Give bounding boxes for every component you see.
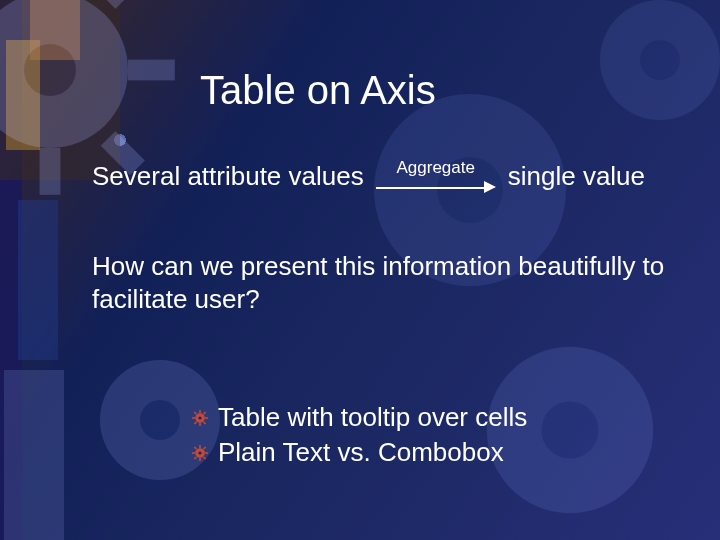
svg-rect-40 bbox=[203, 446, 206, 449]
svg-rect-29 bbox=[194, 411, 197, 414]
svg-rect-31 bbox=[194, 421, 197, 424]
slide-content: Table on Axis Several attribute values A… bbox=[0, 0, 720, 540]
svg-rect-36 bbox=[199, 457, 201, 460]
svg-rect-27 bbox=[192, 417, 195, 419]
gear-bullet-icon bbox=[192, 410, 208, 426]
svg-rect-42 bbox=[203, 456, 206, 459]
slide: Table on Axis Several attribute values A… bbox=[0, 0, 720, 540]
svg-rect-37 bbox=[192, 452, 195, 454]
svg-rect-35 bbox=[199, 445, 201, 448]
svg-rect-39 bbox=[194, 446, 197, 449]
list-item: Table with tooltip over cells bbox=[192, 402, 527, 433]
question-text: How can we present this information beau… bbox=[92, 250, 680, 315]
gear-bullet-icon bbox=[192, 445, 208, 461]
svg-point-43 bbox=[198, 451, 201, 454]
list-item-label: Plain Text vs. Combobox bbox=[218, 437, 504, 468]
svg-rect-32 bbox=[203, 421, 206, 424]
svg-rect-41 bbox=[194, 456, 197, 459]
svg-rect-38 bbox=[205, 452, 208, 454]
slide-title: Table on Axis bbox=[200, 68, 436, 113]
svg-rect-25 bbox=[199, 410, 201, 413]
arrow-right-icon bbox=[376, 180, 496, 194]
svg-rect-28 bbox=[205, 417, 208, 419]
aggregate-arrow-group: Aggregate bbox=[376, 158, 496, 194]
aggregate-row: Several attribute values Aggregate singl… bbox=[92, 158, 645, 194]
svg-point-33 bbox=[198, 416, 201, 419]
list-item: Plain Text vs. Combobox bbox=[192, 437, 527, 468]
aggregate-label: Aggregate bbox=[396, 158, 474, 178]
bullet-list: Table with tooltip over cells Plain Text… bbox=[152, 398, 527, 472]
list-item-label: Table with tooltip over cells bbox=[218, 402, 527, 433]
aggregate-right-text: single value bbox=[508, 161, 645, 192]
svg-rect-30 bbox=[203, 411, 206, 414]
aggregate-left-text: Several attribute values bbox=[92, 161, 364, 192]
svg-rect-26 bbox=[199, 422, 201, 425]
